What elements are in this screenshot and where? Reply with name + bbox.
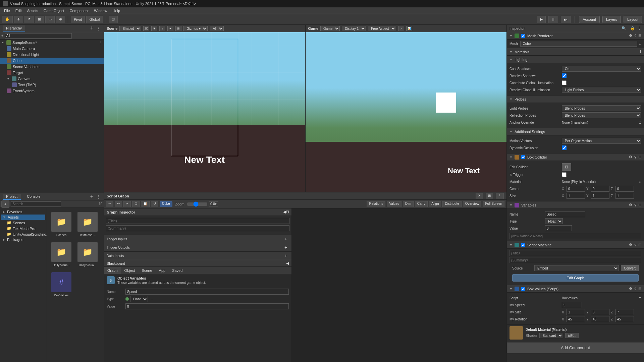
script-machine-gear[interactable]: ⚙: [629, 243, 632, 247]
hierarchy-search[interactable]: [5, 33, 72, 39]
sg-summary-input[interactable]: [106, 225, 289, 231]
menu-assets[interactable]: Assets: [24, 7, 41, 14]
sg-copy-btn[interactable]: ⊡: [132, 201, 140, 207]
source-select[interactable]: Embed: [534, 265, 619, 271]
tree-item-maincamera[interactable]: Main Camera: [0, 46, 104, 52]
bv-rot-z-input[interactable]: [615, 316, 634, 322]
menu-window[interactable]: Window: [91, 7, 110, 14]
box-values-expand[interactable]: ⊞: [638, 287, 641, 291]
var-new-input[interactable]: [509, 233, 641, 239]
hierarchy-tab[interactable]: Hierarchy: [3, 25, 25, 32]
box-collider-help[interactable]: ?: [634, 155, 636, 159]
box-values-enabled[interactable]: [521, 287, 525, 291]
game-mute-btn[interactable]: ♪: [398, 26, 404, 31]
packages-item[interactable]: ▶ Packages: [1, 237, 45, 242]
pause-btn[interactable]: ⏸: [548, 16, 558, 23]
move-tool-btn[interactable]: ✛: [14, 16, 23, 23]
bv-size-z-input[interactable]: [615, 309, 634, 315]
rect-tool-btn[interactable]: ▭: [45, 16, 55, 23]
shading-select[interactable]: Shaded: [119, 26, 141, 31]
lighting-btn[interactable]: ☀: [151, 26, 157, 31]
bv-script-dot[interactable]: ⊙: [639, 296, 641, 300]
rotate-tool-btn[interactable]: ↺: [24, 16, 34, 23]
tree-item-samplescene[interactable]: ▼ SampleScene* ⋮: [0, 40, 104, 46]
grid-btn[interactable]: ⊞: [175, 26, 181, 31]
sg-expand-btn[interactable]: ⊞: [486, 193, 493, 199]
convert-btn[interactable]: Convert: [621, 265, 639, 271]
mesh-expand-icon[interactable]: ⊞: [638, 34, 641, 38]
game-stats-btn[interactable]: 📊: [406, 26, 412, 31]
sg-tab[interactable]: Script Graph: [107, 194, 129, 198]
motion-vectors-select[interactable]: Per Object Motion: [562, 138, 641, 144]
tree-item-canvas[interactable]: ▼ Canvas: [0, 76, 104, 82]
reflection-probes-select[interactable]: Blend Probes: [562, 112, 641, 118]
sg-redo-btn[interactable]: ↪: [115, 201, 122, 207]
sg-scene-tab[interactable]: Scene: [138, 267, 155, 274]
menu-component[interactable]: Component: [67, 7, 91, 14]
favorites-item[interactable]: ▶ Favorites: [1, 209, 45, 215]
project-tab[interactable]: Project: [3, 194, 21, 200]
fx-btn[interactable]: ✦: [167, 26, 173, 31]
light-probes-select[interactable]: Blend Probes: [562, 105, 641, 111]
hand-tool-btn[interactable]: ✋: [2, 16, 13, 23]
box-collider-expand[interactable]: ⊞: [638, 155, 641, 159]
sg-var-value-input[interactable]: [125, 303, 289, 309]
gizmos-select[interactable]: Gizmos ▾: [183, 26, 208, 31]
hierarchy-menu-btn[interactable]: ⋮: [96, 26, 101, 31]
sg-graph[interactable]: ⊙ Game Object ⊙Target ⊕: [292, 208, 506, 362]
sg-refresh-btn[interactable]: ↺: [151, 201, 158, 207]
bv-size-y-input[interactable]: [591, 309, 609, 315]
contrib-gi-checkbox[interactable]: [562, 80, 567, 85]
sg-paste-btn[interactable]: 📋: [141, 201, 150, 207]
menu-edit[interactable]: Edit: [13, 7, 24, 14]
overview-btn[interactable]: Overview: [463, 201, 482, 207]
step-btn[interactable]: ⏭: [561, 16, 571, 23]
carry-btn[interactable]: Carry: [415, 201, 428, 207]
center-y-input[interactable]: [591, 186, 609, 192]
relations-btn[interactable]: Relations: [367, 201, 385, 207]
game-mode-select[interactable]: Game: [320, 26, 340, 31]
receive-gi-select[interactable]: Light Probes: [562, 87, 641, 93]
inspector-tab[interactable]: Inspector: [509, 26, 525, 31]
all-select[interactable]: All: [210, 26, 224, 31]
bv-size-x-input[interactable]: [567, 309, 585, 315]
box-values-gear[interactable]: ⚙: [629, 287, 632, 291]
fullscreen-btn[interactable]: Full Screen: [483, 201, 504, 207]
game-tab[interactable]: Game: [308, 26, 319, 31]
dim-btn[interactable]: Dim: [403, 201, 414, 207]
sg-data-inputs-add[interactable]: +: [283, 253, 289, 259]
assets-item[interactable]: ▼ Assets: [1, 215, 45, 220]
hierarchy-add-btn[interactable]: +: [1, 34, 3, 38]
mesh-gear-icon[interactable]: ⚙: [629, 34, 632, 38]
display-select[interactable]: Display 1: [342, 26, 366, 31]
add-component-btn[interactable]: Add Component: [507, 343, 644, 353]
sg-undo-btn[interactable]: ↩: [106, 201, 113, 207]
bv-myspeed-input[interactable]: [562, 302, 582, 308]
tree-item-scenevars[interactable]: Scene Variables: [0, 64, 104, 70]
sg-menu-btn[interactable]: ⋮: [496, 193, 504, 199]
sg-close-btn[interactable]: ✕: [476, 193, 483, 199]
menu-help[interactable]: Help: [110, 7, 123, 14]
sg-saved-tab[interactable]: Saved: [169, 267, 186, 274]
mesh-help-icon[interactable]: ?: [634, 34, 636, 38]
align-btn[interactable]: Align: [429, 201, 441, 207]
script-machine-title-input[interactable]: [509, 250, 641, 256]
project-menu-btn[interactable]: ⋮: [96, 194, 101, 199]
sg-inspector-expand[interactable]: ⊟: [286, 210, 289, 214]
script-machine-expand[interactable]: ⊞: [638, 243, 641, 247]
pivot-btn[interactable]: Pivot: [71, 16, 85, 23]
sg-var-minus-btn[interactable]: −: [149, 296, 155, 302]
values-btn[interactable]: Values: [387, 201, 401, 207]
center-z-input[interactable]: [615, 186, 634, 192]
sg-inspector-toggle[interactable]: ◀: [283, 210, 286, 214]
distribute-btn[interactable]: Distribute: [442, 201, 461, 207]
bv-rot-x-input[interactable]: [567, 316, 585, 322]
menu-gameobject[interactable]: GameObject: [41, 7, 67, 14]
size-y-input[interactable]: [591, 193, 609, 199]
box-collider-gear[interactable]: ⚙: [629, 155, 632, 159]
sg-title-input[interactable]: [106, 218, 289, 224]
asset-boxvalues[interactable]: # BoxValues: [50, 271, 73, 298]
account-btn[interactable]: Account: [579, 16, 600, 23]
mesh-dot-btn[interactable]: ⊙: [639, 42, 641, 46]
project-search[interactable]: [11, 201, 61, 207]
